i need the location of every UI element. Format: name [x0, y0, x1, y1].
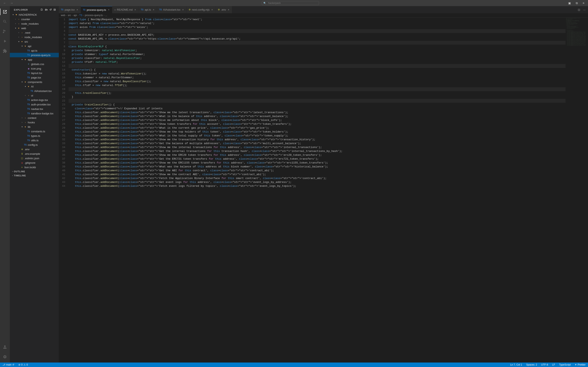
nav-forward-button[interactable]: → — [9, 1, 14, 5]
tree-item-ai[interactable]: ▾ AI — [10, 84, 59, 89]
prettier-status[interactable]: ✦ Prettier — [574, 363, 586, 367]
errors-status[interactable]: ⊘ 0 ⚠ 0 — [17, 363, 29, 367]
tab-readme[interactable]: ○ README.md × — [112, 6, 139, 13]
tree-item-api-ts[interactable]: TS api.ts — [10, 48, 59, 53]
split-editor-button[interactable]: ⧉ — [574, 1, 579, 5]
tab-close-readme[interactable]: × — [134, 8, 137, 11]
tree-item-src[interactable]: ▾ src — [10, 39, 59, 44]
tree-item-page-tsx[interactable]: TS page.tsx — [10, 75, 59, 80]
tree-item-layout-tsx[interactable]: TS layout.tsx — [10, 71, 59, 75]
tsx-icon-action-logs: TS — [27, 98, 30, 101]
split-editor-right-button[interactable]: ⊡ — [577, 8, 581, 12]
tree-item-globals-css[interactable]: # globals.css — [10, 62, 59, 66]
more-actions-button[interactable]: ··· — [582, 8, 586, 12]
cursor-position-status[interactable]: Ln 7, Col 1 — [509, 363, 523, 367]
tree-item-hackerpack[interactable]: ▼ HACKERPACK — [10, 12, 59, 17]
cursor-position-label: Ln 7, Col 1 — [510, 363, 522, 366]
breadcrumb-filename[interactable]: process-query.ts — [85, 14, 103, 17]
breadcrumb-more[interactable]: ... — [105, 14, 107, 17]
nav-back-button[interactable]: ← — [2, 1, 7, 5]
new-file-icon[interactable]: 🗋 — [40, 8, 44, 12]
tab-page-tsx[interactable]: TS page.tsx × — [59, 6, 81, 13]
tab-close-api-ts[interactable]: × — [152, 8, 155, 11]
tree-item-constants-ts[interactable]: TS constants.ts — [10, 129, 59, 133]
tree-item-lib[interactable]: ▾ lib — [10, 125, 59, 129]
breadcrumb-api[interactable]: api — [73, 14, 77, 17]
global-search-input[interactable] — [262, 1, 319, 5]
tree-item-eslintrc[interactable]: { } .eslintrc.json — [10, 156, 59, 160]
folder-icon-api: ▾ — [24, 44, 27, 48]
tree-item-hooks[interactable]: › hooks — [10, 120, 59, 125]
folder-icon-hackerpack: ▼ — [15, 13, 18, 16]
breadcrumb-ts-label[interactable]: TS — [79, 14, 82, 17]
tree-item-types-ts[interactable]: TS types.ts — [10, 133, 59, 138]
tab-close-next-config[interactable]: × — [211, 8, 213, 11]
more-button[interactable]: ≡ — [581, 1, 586, 5]
tree-item-node-modules-root[interactable]: › node_modules — [10, 21, 59, 26]
new-folder-icon[interactable]: 🗁 — [44, 8, 48, 12]
tree-label-api: api — [28, 45, 59, 48]
tree-item-app[interactable]: ▾ app — [10, 57, 59, 62]
breadcrumb-sep-5: › — [104, 14, 104, 17]
tree-item-web[interactable]: ▾ web — [10, 26, 59, 30]
tree-item-next[interactable]: › .next — [10, 30, 59, 35]
tab-close-env[interactable]: × — [227, 8, 230, 11]
tree-item-utils-ts[interactable]: TS utils.ts — [10, 138, 59, 142]
tab-close-page-tsx[interactable]: × — [76, 8, 79, 11]
language-label: TypeScript — [559, 363, 571, 366]
extensions-activity-icon[interactable] — [0, 46, 10, 56]
tab-close-AIAsisstant[interactable]: × — [182, 8, 184, 11]
indentation-status[interactable]: Spaces: 2 — [525, 363, 538, 367]
tree-item-ui[interactable]: › ui — [10, 93, 59, 98]
tree-item-config-ts[interactable]: TS config.ts — [10, 142, 59, 147]
tree-item-AIAsisstant[interactable]: TS AIAsisstant.tsx — [10, 89, 59, 93]
tree-item-node-modules-web[interactable]: › node_modules — [10, 35, 59, 39]
tab-api-ts[interactable]: TS api.ts × — [139, 6, 157, 13]
refresh-explorer-icon[interactable]: ↺ — [49, 8, 52, 12]
eol-status[interactable]: LF — [552, 363, 556, 367]
accounts-activity-icon[interactable] — [0, 342, 10, 352]
breadcrumb-web[interactable]: web — [61, 14, 65, 17]
tree-item-action-logs[interactable]: TS action-logs.tsx — [10, 98, 59, 102]
tree-item-process-query[interactable]: TS process-query.ts — [10, 53, 59, 57]
explorer-title: EXPLORER — [14, 8, 28, 11]
tab-env[interactable]: ⚙ .env × — [216, 6, 232, 13]
tree-item-sandbox-badge[interactable]: TS sandbox-badge.tsx — [10, 111, 59, 116]
breadcrumb: web › src › api › TS › process-query.ts … — [59, 13, 588, 17]
tree-item-env-example[interactable]: $ .env.example — [10, 151, 59, 156]
tree-item-counter[interactable]: › counter — [10, 17, 59, 21]
timeline-section-header[interactable]: › TIMELINE — [10, 174, 59, 178]
tree-item-components[interactable]: ▾ components — [10, 80, 59, 84]
settings-activity-icon[interactable] — [0, 352, 10, 362]
breadcrumb-src[interactable]: src — [68, 14, 71, 17]
source-control-activity-icon[interactable] — [0, 26, 10, 36]
outline-section-header[interactable]: › OUTLINE — [10, 169, 59, 174]
tab-label-readme: README.md — [117, 8, 133, 11]
tree-item-bun-lock[interactable]: ≡ bun.lockb — [10, 165, 59, 169]
tab-process-query[interactable]: TS process-query.ts × — [81, 6, 112, 13]
tree-item-auth-provider[interactable]: TS auth-provider.tsx — [10, 102, 59, 107]
tree-label-src: src — [25, 40, 59, 43]
explorer-activity-icon[interactable] — [0, 7, 10, 17]
collapse-all-icon[interactable]: ⊟ — [53, 8, 56, 12]
search-activity-icon[interactable] — [0, 17, 10, 26]
tree-item-env[interactable]: ⚙ .env — [10, 147, 59, 151]
language-status[interactable]: TypeScript — [558, 363, 572, 367]
tree-arrow-node-modules-web — [17, 35, 20, 39]
status-bar: ⎇ main ↺ ⊘ 0 ⚠ 0 Ln 7, Col 1 Spaces: 2 U… — [0, 363, 588, 367]
tab-AIAsisstant[interactable]: TS AIAsisstant.tsx × — [157, 6, 187, 13]
run-activity-icon[interactable] — [0, 36, 10, 46]
tree-item-icon-png[interactable]: ◉ icon.png — [10, 66, 59, 71]
tab-next-config[interactable]: ⚙ next.config.mjs × — [187, 6, 216, 13]
tree-arrow-app — [20, 58, 24, 61]
tree-item-navbar[interactable]: TS navbar.tsx — [10, 107, 59, 111]
git-branch-status[interactable]: ⎇ main ↺ — [2, 363, 15, 367]
tree-item-gitignore[interactable]: ◎ .gitignore — [10, 160, 59, 165]
encoding-status[interactable]: UTF-8 — [540, 363, 549, 367]
tab-close-process-query[interactable]: × — [107, 8, 110, 11]
tab-label-env: .env — [221, 8, 226, 11]
code-content[interactable]: import type { NextApiRequest, NextApiRes… — [68, 17, 566, 363]
tree-item-api[interactable]: ▾ api — [10, 44, 59, 48]
layout-button[interactable]: ▣ — [567, 1, 572, 5]
tree-item-context[interactable]: › context — [10, 116, 59, 120]
